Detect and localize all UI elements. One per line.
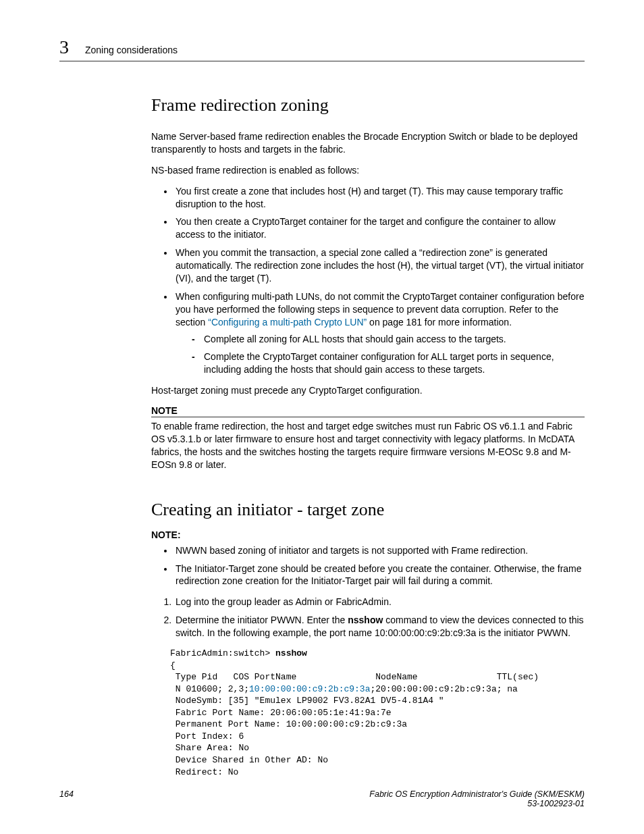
list-item: Complete all zoning for ALL hosts that s… — [192, 333, 585, 346]
list-item: You first create a zone that includes ho… — [174, 185, 585, 211]
page-header: 3 Zoning considerations — [59, 38, 585, 61]
code-line: Port Index: 6 — [170, 731, 244, 741]
doc-number: 53-1002923-01 — [527, 799, 585, 808]
page-footer: 164 Fabric OS Encryption Administrator's… — [59, 789, 585, 808]
paragraph: NS-based frame redirection is enabled as… — [151, 164, 585, 177]
page-number: 164 — [59, 789, 74, 808]
code-line: Permanent Port Name: 10:00:00:00:c9:2b:c… — [170, 719, 407, 729]
text: on page 181 for more information. — [367, 317, 512, 328]
paragraph: Name Server-based frame redirection enab… — [151, 130, 585, 156]
code-highlight: 10:00:00:00:c9:2b:c9:3a — [249, 684, 370, 694]
note-body: To enable frame redirection, the host an… — [151, 420, 585, 471]
list-item: Log into the group leader as Admin or Fa… — [174, 596, 585, 608]
note-heading: NOTE — [151, 405, 585, 417]
sub-list: Complete all zoning for ALL hosts that s… — [176, 333, 585, 377]
doc-title: Fabric OS Encryption Administrator's Gui… — [369, 789, 585, 799]
code-command: nsshow — [275, 648, 307, 658]
list-item: When configuring multi-path LUNs, do not… — [174, 290, 585, 376]
page: 3 Zoning considerations Frame redirectio… — [0, 0, 644, 834]
code-line: Type Pid COS PortName NodeName TTL(sec) — [170, 672, 539, 682]
content-body: Frame redirection zoning Name Server-bas… — [151, 95, 585, 778]
code-line: N 010600; 2,3; — [170, 684, 249, 694]
list-item: Determine the initiator PWWN. Enter the … — [174, 614, 585, 640]
list-item: Complete the CryptoTarget container conf… — [192, 350, 585, 376]
step-list: Log into the group leader as Admin or Fa… — [151, 596, 585, 640]
code-prompt: FabricAdmin:switch> — [170, 648, 275, 658]
code-block: FabricAdmin:switch> nsshow { Type Pid CO… — [170, 648, 585, 778]
running-title: Zoning considerations — [85, 45, 178, 55]
note-label: NOTE: — [151, 529, 585, 540]
text: Determine the initiator PWWN. Enter the — [176, 615, 348, 625]
note-bullet-list: NWWN based zoning of initiator and targe… — [151, 544, 585, 588]
code-line: Redirect: No — [170, 767, 238, 777]
code-line: Share Area: No — [170, 743, 249, 753]
code-line: NodeSymb: [35] "Emulex LP9002 FV3.82A1 D… — [170, 696, 444, 706]
chapter-number: 3 — [59, 38, 69, 57]
footer-doc-info: Fabric OS Encryption Administrator's Gui… — [369, 789, 585, 808]
bullet-list: You first create a zone that includes ho… — [151, 185, 585, 377]
section-heading-frame-redirection: Frame redirection zoning — [151, 95, 585, 115]
paragraph: Host-target zoning must precede any Cryp… — [151, 384, 585, 397]
list-item: When you commit the transaction, a speci… — [174, 246, 585, 285]
list-item: NWWN based zoning of initiator and targe… — [174, 544, 585, 557]
code-line: Device Shared in Other AD: No — [170, 755, 328, 765]
code-line: Fabric Port Name: 20:06:00:05:1e:41:9a:7… — [170, 708, 392, 718]
code-line: ;20:00:00:00:c9:2b:c9:3a; na — [370, 684, 517, 694]
command-name: nsshow — [348, 615, 383, 625]
cross-reference-link[interactable]: “Configuring a multi-path Crypto LUN” — [208, 317, 367, 328]
list-item: The Initiator-Target zone should be crea… — [174, 563, 585, 588]
section-heading-initiator-target-zone: Creating an initiator - target zone — [151, 500, 585, 520]
code-line: { — [170, 660, 176, 671]
list-item: You then create a CryptoTarget container… — [174, 215, 585, 241]
